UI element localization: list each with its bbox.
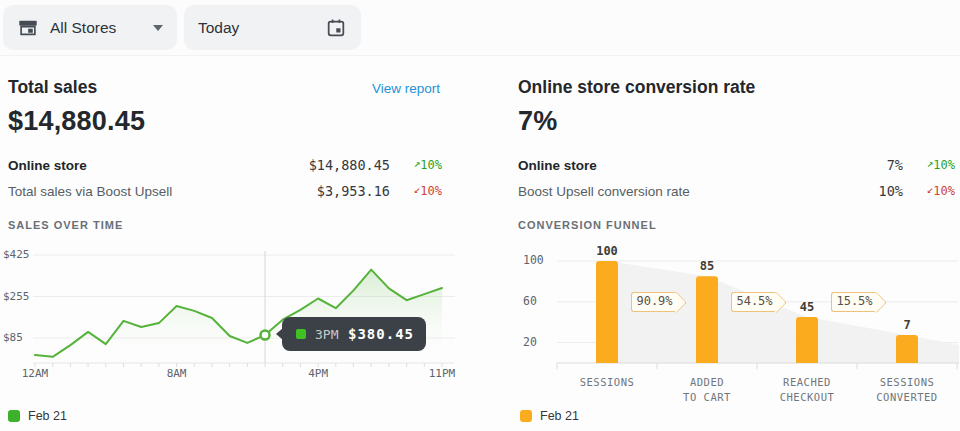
calendar-icon (325, 17, 347, 39)
conversion-funnel-chart[interactable]: 1006020100SESSIONS85ADDEDTO CART45REACHE… (518, 245, 960, 397)
tooltip-time: 3PM (315, 327, 338, 342)
funnel-bar[interactable] (796, 317, 818, 363)
date-selector-label: Today (198, 19, 239, 37)
conversion-value: 7% (518, 106, 557, 137)
chevron-down-icon (153, 25, 163, 31)
bar-value-label: 85 (685, 259, 729, 273)
metric-delta: ↗10% (390, 158, 442, 172)
metric-row-boost-rate: Boost Upsell conversion rate 10% ↙10% (518, 178, 955, 204)
metric-delta: ↙10% (390, 184, 442, 198)
funnel-bar[interactable] (696, 276, 718, 363)
y-axis-tick: $425 (3, 248, 30, 261)
chart-tooltip: 3PM $380.45 (282, 317, 426, 351)
storefront-icon (17, 17, 39, 39)
sales-legend: Feb 21 (8, 409, 67, 423)
conversion-funnel-heading: CONVERSION FUNNEL (518, 219, 657, 231)
total-sales-title: Total sales (8, 77, 97, 98)
bar-value-label: 7 (885, 318, 929, 332)
y-axis-tick: $85 (3, 331, 23, 344)
metric-label: Total sales via Boost Upsell (8, 184, 172, 199)
trend-down-icon: ↙ (414, 183, 421, 196)
metric-label: Boost Upsell conversion rate (518, 184, 690, 199)
legend-swatch (520, 410, 532, 422)
metric-value: 10% (793, 183, 903, 199)
category-label: SESSIONSCONVERTED (857, 375, 957, 405)
tooltip-value: $380.45 (348, 326, 414, 342)
trend-down-icon: ↙ (927, 183, 934, 196)
store-selector[interactable]: All Stores (3, 5, 177, 50)
metric-row-online-store: Online store $14,880.45 ↗10% (8, 152, 442, 178)
legend-swatch (8, 410, 20, 422)
metric-row-online-store-rate: Online store 7% ↗10% (518, 152, 955, 178)
x-axis-tick: 12AM (22, 367, 49, 380)
x-axis-tick: 11PM (429, 367, 456, 380)
metric-value: $3,953.16 (280, 183, 390, 199)
view-report-link[interactable]: View report (372, 81, 440, 96)
category-label: SESSIONS (557, 375, 657, 390)
conversion-title: Online store conversion rate (518, 77, 755, 98)
total-sales-value: $14,880.45 (8, 106, 145, 137)
funnel-bar[interactable] (596, 261, 618, 363)
metric-label: Online store (8, 158, 87, 173)
bar-value-label: 45 (785, 300, 829, 314)
y-axis-tick: $255 (3, 290, 30, 303)
date-selector[interactable]: Today (184, 5, 361, 50)
y-axis-tick: 100 (523, 253, 544, 267)
x-axis-tick: 8AM (167, 367, 187, 380)
conversion-rate-pill: 15.5% (831, 292, 877, 312)
funnel-bar[interactable] (896, 335, 918, 363)
metric-value: $14,880.45 (280, 157, 390, 173)
y-axis-tick: 20 (523, 335, 537, 349)
metric-row-boost-upsell: Total sales via Boost Upsell $3,953.16 ↙… (8, 178, 442, 204)
top-bar: All Stores Today (0, 0, 960, 56)
category-label: ADDEDTO CART (657, 375, 757, 405)
metric-value: 7% (793, 157, 903, 173)
store-selector-label: All Stores (50, 19, 116, 37)
x-axis-tick: 4PM (308, 367, 328, 380)
trend-up-icon: ↗ (414, 157, 421, 170)
highlighted-point (261, 331, 270, 340)
tooltip-series-swatch (296, 329, 306, 339)
legend-label: Feb 21 (540, 409, 579, 423)
y-axis-tick: 60 (523, 294, 537, 308)
sales-over-time-chart[interactable]: 3PM $380.45 $425$255$8512AM8AM4PM11PM (0, 245, 460, 397)
bar-value-label: 100 (585, 244, 629, 258)
funnel-legend: Feb 21 (520, 409, 579, 423)
trend-up-icon: ↗ (927, 157, 934, 170)
legend-label: Feb 21 (28, 409, 67, 423)
conversion-rate-pill: 54.5% (731, 292, 777, 312)
metric-label: Online store (518, 158, 597, 173)
sales-over-time-heading: SALES OVER TIME (8, 219, 123, 231)
metric-delta: ↙10% (903, 184, 955, 198)
category-label: REACHEDCHECKOUT (757, 375, 857, 405)
metric-delta: ↗10% (903, 158, 955, 172)
conversion-rate-pill: 90.9% (631, 292, 677, 312)
